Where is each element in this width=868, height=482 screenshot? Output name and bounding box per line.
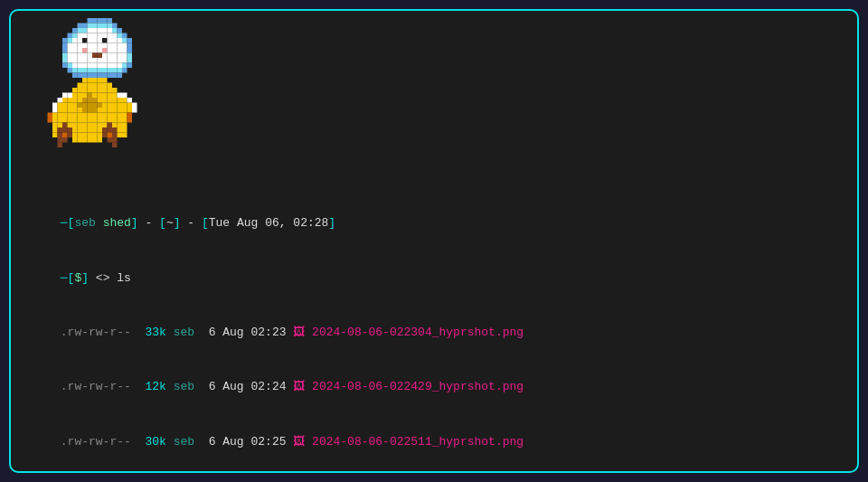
file-row-3: .rw-rw-r-- 30k seb 6 Aug 02:25 🖼 2024-08… bbox=[18, 415, 850, 469]
terminal-content: ─[seb shed] - [~] - [Tue Aug 06, 02:28] … bbox=[18, 196, 850, 473]
pixel-art bbox=[18, 18, 181, 185]
prompt-cmd-1: ─[$] <> ls bbox=[18, 250, 850, 305]
file-row-4: .rw-rw-r-- 55k seb 6 Aug 02:26 🖼 2024-08… bbox=[18, 469, 850, 473]
prompt-bracket-open: ─[ bbox=[61, 216, 75, 230]
file-row-2: .rw-rw-r-- 12k seb 6 Aug 02:24 🖼 2024-08… bbox=[18, 360, 850, 414]
prompt-line-1: ─[seb shed] - [~] - [Tue Aug 06, 02:28] bbox=[18, 196, 850, 250]
file-row-1: .rw-rw-r-- 33k seb 6 Aug 02:23 🖼 2024-08… bbox=[18, 306, 850, 360]
terminal-window: ─[seb shed] - [~] - [Tue Aug 06, 02:28] … bbox=[9, 9, 859, 473]
